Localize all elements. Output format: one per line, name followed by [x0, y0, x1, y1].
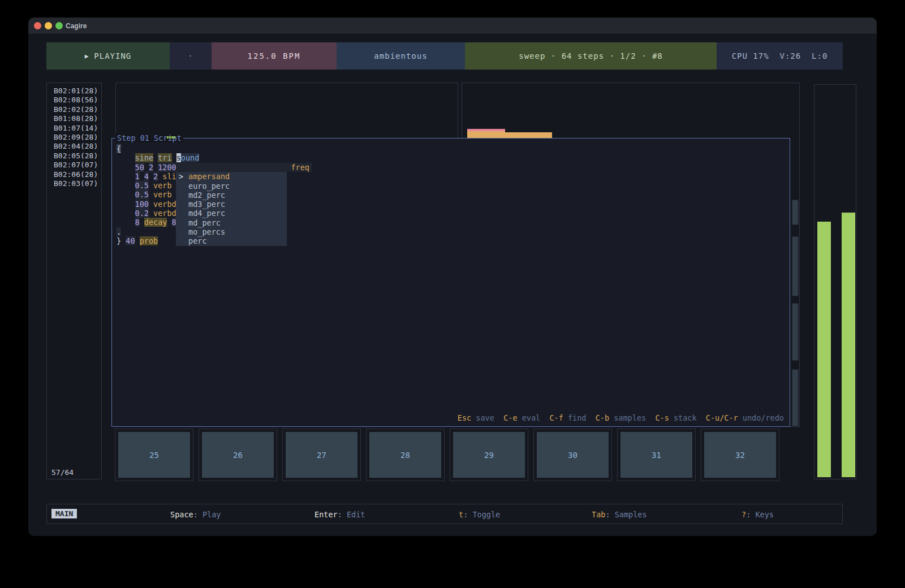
- buffer-panel: B02:01(28)B02:08(56)B02:02(28)B01:08(28)…: [46, 83, 102, 479]
- help-key: C-u/C-r: [706, 413, 738, 422]
- step-cell-number: 32: [704, 432, 776, 478]
- titlebar: Cagire: [28, 18, 877, 34]
- beat-indicator: ·: [170, 42, 212, 70]
- autocomplete-item[interactable]: mo_percs: [176, 227, 287, 236]
- step-cell[interactable]: 26: [199, 429, 277, 481]
- minimize-button[interactable]: [45, 22, 52, 29]
- maximize-button[interactable]: [55, 22, 63, 29]
- editor-help-bar: Esc save C-e eval C-f find C-b samples C…: [458, 413, 784, 422]
- step-cell-number: 31: [620, 432, 692, 478]
- keybinding-hint: ?: Keys: [742, 510, 774, 519]
- step-cell-number: 27: [286, 432, 357, 478]
- autocomplete-popup: freq >ampersandeuro_percmd2_percmd3_perc…: [176, 163, 312, 246]
- mode-badge: MAIN: [51, 509, 77, 518]
- level-meter-left: [817, 222, 831, 477]
- step-counter: 57/64: [51, 468, 74, 477]
- buffer-list-item[interactable]: B02:07(07): [47, 161, 101, 170]
- script-editor[interactable]: Step 01 Script { sine tri sound 50 2 120…: [111, 138, 790, 427]
- mini-cell: [792, 200, 799, 225]
- mini-cell: [792, 236, 799, 296]
- autocomplete-hint: freq: [176, 163, 312, 172]
- step-cell[interactable]: 31: [617, 429, 696, 481]
- step-cell[interactable]: 32: [701, 429, 779, 481]
- help-label: stack: [669, 413, 706, 422]
- help-key: C-b: [596, 413, 609, 422]
- keybinding-hint: t: Toggle: [459, 510, 500, 519]
- keybinding-hint: Enter: Edit: [314, 510, 365, 519]
- buffer-list-item[interactable]: B02:01(28): [47, 87, 101, 96]
- help-key: C-e: [503, 413, 517, 422]
- step-cell[interactable]: 27: [282, 429, 361, 481]
- app-window: Cagire ▶PLAYING · 125.0 BPM ambientous s…: [28, 18, 877, 536]
- buffer-list-item[interactable]: B02:03(07): [47, 179, 101, 188]
- mini-cell: [792, 369, 799, 426]
- autocomplete-list: >ampersandeuro_percmd2_percmd3_percmd4_p…: [176, 172, 287, 245]
- status-bar: ▶PLAYING · 125.0 BPM ambientous sweep · …: [46, 42, 843, 70]
- autocomplete-item[interactable]: md_perc: [176, 218, 287, 227]
- waveform-bar: [467, 129, 505, 138]
- autocomplete-item[interactable]: md2_perc: [176, 191, 287, 200]
- pattern-name: ambientous: [337, 42, 465, 70]
- mini-cell: [792, 303, 799, 361]
- waveform-bar: [505, 132, 552, 138]
- level-meter-right: [842, 213, 855, 477]
- help-key: C-s: [655, 413, 669, 422]
- buffer-list-item[interactable]: B02:02(28): [47, 105, 101, 114]
- autocomplete-item[interactable]: perc: [176, 236, 287, 245]
- meter-panel: [814, 84, 856, 479]
- buffer-list-item[interactable]: B02:06(28): [47, 170, 101, 179]
- autocomplete-item[interactable]: euro_perc: [176, 181, 287, 191]
- buffer-list-item[interactable]: B01:08(28): [47, 114, 101, 123]
- autocomplete-item[interactable]: md4_perc: [176, 209, 287, 218]
- autocomplete-item[interactable]: >ampersand: [176, 172, 287, 181]
- step-cell[interactable]: 28: [366, 429, 445, 481]
- help-label: samples: [609, 413, 655, 422]
- step-cell-number: 25: [118, 432, 190, 478]
- help-label: save: [471, 413, 503, 422]
- buffer-list-item[interactable]: B02:04(28): [47, 142, 101, 151]
- play-icon: ▶: [85, 53, 89, 60]
- window-title: Cagire: [66, 22, 87, 30]
- sequence-info: sweep · 64 steps · 1/2 · #8: [465, 42, 717, 70]
- buffer-list-item[interactable]: B02:08(56): [47, 96, 101, 105]
- steps-row: 2526272829303132: [115, 429, 779, 481]
- step-cell[interactable]: 29: [450, 429, 528, 481]
- buffer-list: B02:01(28)B02:08(56)B02:02(28)B01:08(28)…: [47, 83, 101, 188]
- step-cell-number: 28: [369, 432, 441, 478]
- selection-marker-icon: >: [179, 172, 183, 181]
- help-label: find: [563, 413, 596, 422]
- transport-label: PLAYING: [94, 51, 131, 60]
- code-line: {: [117, 144, 790, 153]
- cpu-stats: CPU 17% V:26 L:0: [717, 42, 843, 70]
- buffer-list-item[interactable]: B02:05(28): [47, 152, 101, 161]
- step-cell[interactable]: 25: [115, 429, 193, 481]
- step-cell-number: 29: [453, 432, 525, 478]
- bpm-display: 125.0 BPM: [212, 42, 337, 70]
- help-label: eval: [518, 413, 550, 422]
- help-key: C-f: [549, 413, 563, 422]
- buffer-list-item[interactable]: B02:09(28): [47, 133, 101, 142]
- step-cell-number: 30: [537, 432, 609, 478]
- help-label: undo/redo: [738, 413, 784, 422]
- buffer-list-item[interactable]: B01:07(14): [47, 124, 101, 133]
- keybinding-hint: Space: Play: [170, 510, 221, 519]
- transport-status: ▶PLAYING: [46, 42, 170, 70]
- autocomplete-item[interactable]: md3_perc: [176, 200, 287, 209]
- step-cell-number: 26: [202, 432, 274, 478]
- close-button[interactable]: [34, 22, 41, 29]
- keybinding-hint: Tab: Samples: [592, 510, 647, 519]
- help-key: Esc: [458, 413, 471, 422]
- bottom-bar: MAIN Space: PlayEnter: Editt: ToggleTab:…: [46, 504, 843, 524]
- code-line: sine tri sound: [117, 153, 790, 162]
- step-cell[interactable]: 30: [533, 429, 612, 481]
